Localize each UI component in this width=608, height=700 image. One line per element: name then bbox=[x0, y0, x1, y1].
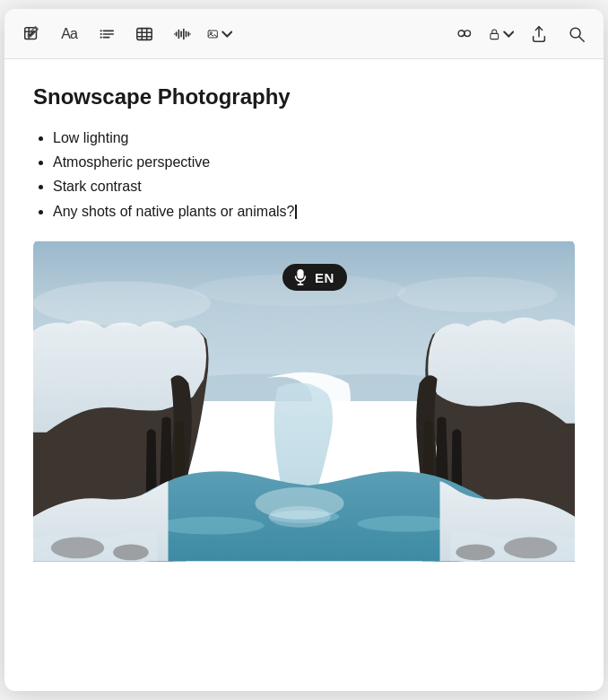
mic-language-pill[interactable]: EN bbox=[282, 264, 347, 291]
text-cursor bbox=[295, 205, 297, 219]
audio-icon[interactable] bbox=[169, 22, 195, 47]
svg-line-26 bbox=[579, 36, 584, 40]
share-icon[interactable] bbox=[526, 22, 552, 47]
svg-rect-27 bbox=[297, 269, 303, 279]
font-size-icon[interactable]: Aa bbox=[56, 22, 82, 47]
svg-point-5 bbox=[100, 36, 102, 38]
media-icon[interactable] bbox=[207, 22, 232, 47]
list-item: Stark contrast bbox=[53, 174, 575, 198]
document-title: Snowscape Photography bbox=[33, 84, 575, 109]
language-label: EN bbox=[315, 270, 334, 285]
svg-point-39 bbox=[268, 506, 330, 528]
list-item: Any shots of native plants or animals? bbox=[53, 199, 575, 223]
toolbar-right bbox=[451, 22, 589, 47]
list-item: Low lighting bbox=[53, 126, 575, 150]
svg-rect-20 bbox=[208, 31, 217, 38]
svg-point-40 bbox=[33, 281, 211, 326]
svg-point-31 bbox=[158, 517, 265, 535]
list-item: Atmospheric perspective bbox=[53, 150, 575, 174]
svg-point-3 bbox=[100, 32, 102, 34]
svg-point-21 bbox=[210, 31, 212, 33]
collab-icon[interactable] bbox=[451, 22, 476, 47]
svg-point-1 bbox=[100, 30, 102, 31]
content-area: Snowscape Photography Low lighting Atmos… bbox=[4, 59, 604, 691]
table-icon[interactable] bbox=[132, 22, 157, 47]
toolbar-left: Aa bbox=[19, 22, 435, 47]
svg-rect-7 bbox=[137, 28, 152, 39]
bullet-list: Low lighting Atmospheric perspective Sta… bbox=[33, 126, 575, 223]
svg-rect-24 bbox=[491, 33, 499, 39]
search-icon[interactable] bbox=[564, 22, 589, 47]
microphone-icon bbox=[293, 269, 308, 285]
lock-icon[interactable] bbox=[489, 22, 514, 47]
list-icon[interactable] bbox=[94, 22, 119, 47]
svg-point-23 bbox=[465, 30, 471, 36]
app-window: Aa bbox=[4, 9, 604, 691]
edit-icon[interactable] bbox=[19, 22, 44, 47]
toolbar: Aa bbox=[4, 9, 604, 59]
svg-point-41 bbox=[397, 276, 557, 312]
